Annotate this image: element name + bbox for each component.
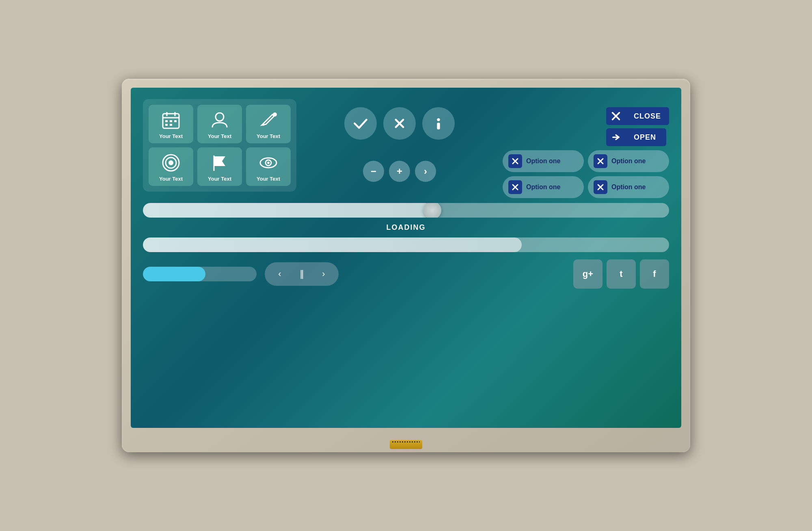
sliders-section: LOADING xyxy=(143,203,669,252)
option-button-3[interactable]: Option one xyxy=(503,176,584,198)
option-button-1[interactable]: Option one xyxy=(503,150,584,172)
monitor: Your Text Your Text xyxy=(122,79,690,452)
icon-cell-edit[interactable]: Your Text xyxy=(246,105,291,143)
gplus-button[interactable]: g+ xyxy=(573,259,603,289)
icon-cell-calendar[interactable]: Your Text xyxy=(149,105,193,143)
icon-label-user: Your Text xyxy=(208,133,231,139)
svg-rect-4 xyxy=(165,120,168,122)
svg-point-14 xyxy=(168,160,173,165)
option-x-icon-1 xyxy=(508,154,522,168)
icon-cell-eye[interactable]: Your Text xyxy=(246,147,291,186)
eye-icon xyxy=(259,153,278,173)
slider-1-fill xyxy=(143,203,432,218)
info-icon xyxy=(430,114,447,132)
user-icon xyxy=(210,110,229,130)
icon-label-eye: Your Text xyxy=(257,176,280,182)
close-button[interactable]: CLOSE xyxy=(606,107,669,125)
icon-cell-flag[interactable]: Your Text xyxy=(197,147,242,186)
slider-2[interactable] xyxy=(143,237,669,252)
option-x-icon-3 xyxy=(508,180,522,194)
increment-button[interactable]: + xyxy=(389,161,410,182)
calendar-icon xyxy=(161,110,181,130)
bottom-bar: ‹ ‖ › g+ t f xyxy=(143,259,669,289)
right-column: CLOSE OPEN xyxy=(503,99,669,198)
tumblr-button[interactable]: t xyxy=(607,259,636,289)
forward-button[interactable]: › xyxy=(415,161,436,182)
slider-2-fill xyxy=(143,237,522,252)
icon-grid: Your Text Your Text xyxy=(143,99,296,192)
svg-point-9 xyxy=(216,113,224,121)
progress-fill xyxy=(143,267,205,281)
connector xyxy=(390,440,422,449)
icon-cell-user[interactable]: Your Text xyxy=(197,105,242,143)
counter-area: − + › xyxy=(363,161,436,182)
close-open-panel: CLOSE OPEN xyxy=(606,107,669,146)
x-icon xyxy=(611,111,621,121)
top-row: Your Text Your Text xyxy=(143,99,669,198)
option-label-2: Option one xyxy=(611,158,646,165)
social-buttons: g+ t f xyxy=(573,259,669,289)
left-column: Your Text Your Text xyxy=(143,99,296,192)
svg-point-21 xyxy=(437,118,440,121)
media-controls: ‹ ‖ › xyxy=(265,262,339,286)
svg-rect-8 xyxy=(170,124,172,126)
icon-label-edit: Your Text xyxy=(257,133,280,139)
loading-label: LOADING xyxy=(143,223,669,232)
edit-icon xyxy=(259,110,278,130)
icon-cell-target[interactable]: Your Text xyxy=(149,147,193,186)
options-grid: Option one Option one Option one xyxy=(503,150,669,198)
option-label-4: Option one xyxy=(611,183,646,191)
target-icon xyxy=(161,153,181,173)
icon-label-flag: Your Text xyxy=(208,176,231,182)
check-icon xyxy=(352,114,369,132)
x-circle-icon xyxy=(391,114,408,132)
pause-button[interactable]: ‖ xyxy=(291,265,313,283)
screen: Your Text Your Text xyxy=(131,88,681,428)
open-button[interactable]: OPEN xyxy=(606,128,669,146)
svg-rect-5 xyxy=(170,120,172,122)
slider-1[interactable] xyxy=(143,203,669,218)
icon-label-target: Your Text xyxy=(159,176,183,182)
prev-button[interactable]: ‹ xyxy=(269,265,291,283)
svg-rect-22 xyxy=(437,123,440,130)
next-button[interactable]: › xyxy=(313,265,335,283)
slider-1-thumb[interactable] xyxy=(423,203,441,218)
check-button[interactable] xyxy=(344,107,377,140)
open-icon-box xyxy=(606,128,626,146)
option-x-icon-4 xyxy=(594,180,607,194)
option-button-4[interactable]: Option one xyxy=(588,176,669,198)
close-label: CLOSE xyxy=(626,107,669,125)
flag-icon xyxy=(210,153,229,173)
facebook-button[interactable]: f xyxy=(640,259,669,289)
option-label-3: Option one xyxy=(526,183,560,191)
option-button-2[interactable]: Option one xyxy=(588,150,669,172)
option-label-1: Option one xyxy=(526,158,560,165)
progress-bar-container xyxy=(143,267,257,281)
info-button[interactable] xyxy=(422,107,455,140)
action-circles xyxy=(344,107,455,140)
open-label: OPEN xyxy=(626,128,666,146)
svg-rect-6 xyxy=(174,120,177,122)
arrow-right-icon xyxy=(611,132,621,142)
option-x-icon-2 xyxy=(594,154,607,168)
close-icon-box xyxy=(606,107,626,125)
x-circle-button[interactable] xyxy=(383,107,416,140)
svg-rect-7 xyxy=(165,124,168,126)
svg-point-18 xyxy=(267,162,270,164)
center-column: − + › xyxy=(296,99,503,182)
decrement-button[interactable]: − xyxy=(363,161,384,182)
icon-label-calendar: Your Text xyxy=(159,133,183,139)
